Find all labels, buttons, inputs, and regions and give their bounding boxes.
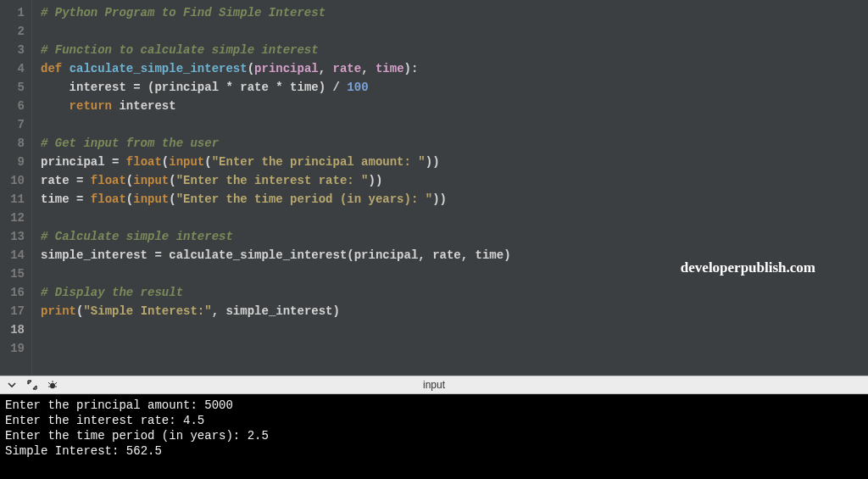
code-line: interest = (principal * rate * time) / 1… [41, 78, 868, 97]
code-line: # Python Program to Find Simple Interest [41, 3, 868, 22]
code-line: return interest [41, 97, 868, 115]
line-number: 12 [0, 209, 31, 227]
line-number: 17 [0, 302, 31, 320]
code-line: print("Simple Interest:", simple_interes… [41, 302, 868, 320]
line-number: 1 [0, 3, 31, 22]
line-number: 7 [0, 115, 31, 134]
code-line: # Display the result [41, 283, 868, 302]
line-number: 13 [0, 227, 31, 246]
code-line: principal = float(input("Enter the princ… [41, 153, 868, 171]
line-number: 2 [0, 22, 31, 41]
terminal-line: Simple Interest: 562.5 [5, 443, 863, 459]
line-number: 8 [0, 134, 31, 153]
svg-point-0 [50, 383, 55, 388]
terminal-output[interactable]: Enter the principal amount: 5000 Enter t… [0, 394, 868, 479]
code-line: # Function to calculate simple interest [41, 41, 868, 59]
line-number: 9 [0, 153, 31, 171]
line-number: 19 [0, 339, 31, 358]
code-editor[interactable]: 1 2 3 4 5 6 7 8 9 10 11 12 13 14 15 16 1… [0, 0, 868, 376]
code-line [41, 339, 868, 358]
line-number: 3 [0, 41, 31, 59]
chevron-down-icon[interactable] [5, 378, 19, 392]
code-area[interactable]: # Python Program to Find Simple Interest… [32, 0, 868, 376]
line-number-gutter: 1 2 3 4 5 6 7 8 9 10 11 12 13 14 15 16 1… [0, 0, 32, 376]
expand-icon[interactable] [25, 378, 39, 392]
code-line: # Calculate simple interest [41, 227, 868, 246]
line-number: 15 [0, 265, 31, 283]
code-line [41, 115, 868, 134]
line-number: 14 [0, 246, 31, 265]
code-line: # Get input from the user [41, 134, 868, 153]
line-number: 16 [0, 283, 31, 302]
line-number: 4 [0, 59, 31, 78]
bug-icon[interactable] [46, 378, 59, 392]
terminal-line: Enter the interest rate: 4.5 [5, 413, 863, 428]
code-line: time = float(input("Enter the time perio… [41, 190, 868, 209]
terminal-title: input [423, 379, 445, 391]
line-number: 18 [0, 320, 31, 339]
terminal-line: Enter the principal amount: 5000 [5, 398, 863, 413]
line-number: 5 [0, 78, 31, 97]
line-number: 11 [0, 190, 31, 209]
code-line [41, 22, 868, 41]
line-number: 10 [0, 171, 31, 190]
code-line: def calculate_simple_interest(principal,… [41, 59, 868, 78]
code-line [41, 209, 868, 227]
line-number: 6 [0, 97, 31, 115]
terminal-line: Enter the time period (in years): 2.5 [5, 428, 863, 443]
terminal-toolbar: input [0, 376, 868, 394]
code-line [41, 320, 868, 339]
watermark-text: developerpublish.com [681, 259, 815, 277]
code-line: rate = float(input("Enter the interest r… [41, 171, 868, 190]
